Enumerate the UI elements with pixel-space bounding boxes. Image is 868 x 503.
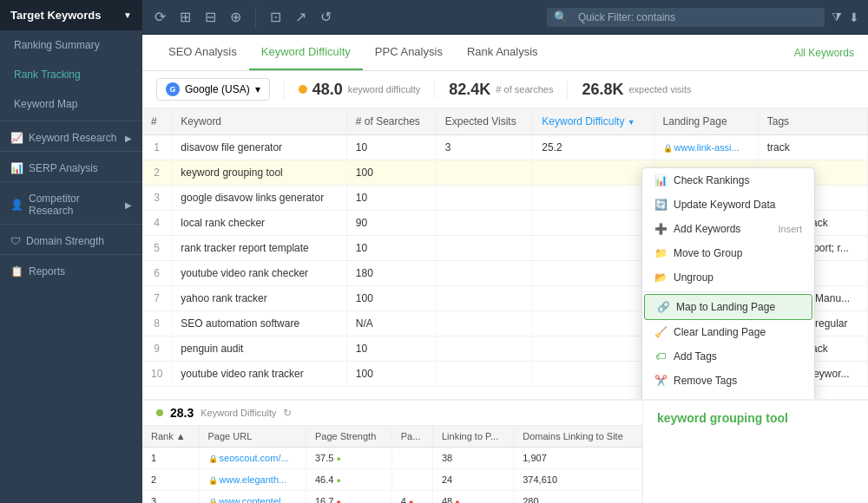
bottom-left: 28.3 Keyword Difficulty ↻ Rank ▲ Page UR… xyxy=(142,401,642,503)
update-icon: 🔄 xyxy=(654,199,667,211)
row-num: 9 xyxy=(142,336,172,362)
sidebar-section-competitor-research[interactable]: 👤 Competitor Research ▶ xyxy=(0,184,142,222)
person-icon: 👤 xyxy=(10,199,23,211)
visits-cell xyxy=(436,160,532,186)
divider xyxy=(0,181,142,182)
all-keywords-link[interactable]: All Keywords xyxy=(794,36,854,69)
sidebar-header[interactable]: Target Keywords ▼ xyxy=(0,0,142,30)
bottom-difficulty-label: Keyword Difficulty xyxy=(201,408,276,418)
col-linking: Linking to P... xyxy=(432,426,513,447)
col-searches: # of Searches xyxy=(346,108,436,135)
row-num: 1 xyxy=(142,135,172,160)
visits-cell xyxy=(436,336,532,362)
divider xyxy=(0,121,142,121)
searches-cell: 100 xyxy=(346,160,436,186)
visits-cell xyxy=(436,362,532,387)
difficulty-cell xyxy=(533,186,654,211)
visits-label: expected visits xyxy=(628,84,691,95)
menu-item-remove-tags[interactable]: ✂️ Remove Tags xyxy=(642,369,814,393)
chart-icon: 📈 xyxy=(10,132,23,144)
difficulty-cell xyxy=(533,261,654,286)
tab-seo-analysis[interactable]: SEO Analysis xyxy=(156,35,249,70)
difficulty-cell xyxy=(533,336,654,362)
searches-cell: 100 xyxy=(346,362,436,387)
menu-item-move-to-group[interactable]: 📁 Move to Group xyxy=(642,241,814,265)
refresh-icon[interactable]: ⟳ xyxy=(151,5,169,29)
col-num: # xyxy=(142,108,172,135)
searches-cell: 10 xyxy=(346,135,436,160)
difficulty-value: 48.0 xyxy=(312,81,343,99)
col-keyword: Keyword xyxy=(172,108,346,135)
keyword-cell: local rank checker xyxy=(172,211,346,236)
group-icon[interactable]: ⊟ xyxy=(201,5,220,29)
rank-cell: 3 xyxy=(142,491,199,504)
pa-cell xyxy=(391,469,432,491)
menu-divider xyxy=(642,291,814,292)
visits-cell xyxy=(436,261,532,286)
menu-item-check-rankings[interactable]: 📊 Check Rankings xyxy=(642,168,814,193)
searches-cell: 10 xyxy=(346,186,436,211)
sidebar-section-domain-strength[interactable]: 🛡 Domain Strength xyxy=(0,226,142,252)
bottom-row[interactable]: 3 🔒www.contentel... 16.7 ● 4 ● 48 ● 280 xyxy=(142,491,642,504)
settings-icon[interactable]: ↺ xyxy=(317,5,335,29)
strength-cell: 37.5 ● xyxy=(306,447,391,469)
refresh-icon[interactable]: ↻ xyxy=(283,407,292,419)
add-tags-icon: 🏷 xyxy=(654,350,667,363)
menu-item-update-keyword[interactable]: 🔄 Update Keyword Data xyxy=(642,193,814,217)
expand-icon[interactable]: ⊡ xyxy=(266,5,285,29)
row-num: 2 xyxy=(142,160,172,186)
bottom-row[interactable]: 2 🔒www.eleganth... 46.4 ● 24 374,610 xyxy=(142,469,642,491)
quick-filter-bar[interactable]: 🔍 Quick Filter: contains xyxy=(547,8,825,27)
keyword-cell: SEO automation software xyxy=(172,311,346,336)
download-icon[interactable]: ⬇ xyxy=(849,10,859,24)
pa-cell: 4 ● xyxy=(391,491,432,504)
sidebar-section-serp-analysis[interactable]: 📊 SERP Analysis xyxy=(0,154,142,180)
expand-icon: ▶ xyxy=(125,200,132,210)
tab-rank-analysis[interactable]: Rank Analysis xyxy=(455,35,550,70)
location-selector[interactable]: G Google (USA) ▾ xyxy=(156,78,270,101)
row-num: 8 xyxy=(142,311,172,336)
tab-ppc-analysis[interactable]: PPC Analysis xyxy=(363,35,455,70)
sidebar-section-keyword-research[interactable]: 📈 Keyword Research ▶ xyxy=(0,123,142,149)
sidebar: Target Keywords ▼ Ranking Summary Rank T… xyxy=(0,0,142,503)
stats-bar: G Google (USA) ▾ 48.0 keyword difficulty… xyxy=(142,71,868,108)
add-icon[interactable]: ⊕ xyxy=(227,5,245,29)
keyword-cell: yahoo rank tracker xyxy=(172,286,346,311)
menu-item-add-tags[interactable]: 🏷 Add Tags xyxy=(642,344,814,369)
filter-icon[interactable]: ⧩ xyxy=(832,10,842,24)
bottom-table: Rank ▲ Page URL Page Strength Pa... Link… xyxy=(142,426,642,503)
content-area: SEO Analysis Keyword Difficulty PPC Anal… xyxy=(142,35,868,503)
col-difficulty[interactable]: Keyword Difficulty ▼ xyxy=(533,108,654,135)
main-content: ⟳ ⊞ ⊟ ⊕ ⊡ ↗ ↺ 🔍 Quick Filter: contains ⧩… xyxy=(142,0,868,503)
sidebar-item-keyword-map[interactable]: Keyword Map xyxy=(0,89,142,119)
tab-keyword-difficulty[interactable]: Keyword Difficulty xyxy=(249,35,363,70)
difficulty-dot xyxy=(299,85,307,94)
import-icon[interactable]: ↗ xyxy=(292,5,310,29)
searches-cell: N/A xyxy=(346,311,436,336)
table-row[interactable]: 1 disavow file generator 10 3 25.2 🔒www.… xyxy=(142,135,868,160)
menu-item-add-keywords[interactable]: ➕ Add Keywords Insert xyxy=(642,217,814,241)
menu-item-ungroup[interactable]: 📂 Ungroup xyxy=(642,265,814,290)
keyword-cell: penguin audit xyxy=(172,336,346,362)
sidebar-section-reports[interactable]: 📋 Reports xyxy=(0,257,142,283)
section-label: 📋 Reports xyxy=(10,265,65,278)
linking-cell: 24 xyxy=(432,469,513,491)
quick-filter-input[interactable] xyxy=(681,11,818,23)
context-menu: 📊 Check Rankings 🔄 Update Keyword Data ➕… xyxy=(641,167,815,399)
col-pa: Pa... xyxy=(391,426,432,447)
section-label: 🛡 Domain Strength xyxy=(10,235,104,247)
menu-item-set-color[interactable]: 🎨 Set Color ▶ xyxy=(642,393,814,399)
difficulty-cell: 25.2 xyxy=(533,135,654,160)
expand-icon: ▶ xyxy=(125,134,132,143)
menu-item-map-to-landing[interactable]: 🔗 Map to Landing Page xyxy=(644,294,812,320)
add-keywords-icon: ➕ xyxy=(654,223,667,235)
table-icon[interactable]: ⊞ xyxy=(176,5,194,29)
bottom-row[interactable]: 1 🔒seoscout.com/... 37.5 ● 38 1,907 xyxy=(142,447,642,469)
visits-value: 26.8K xyxy=(582,81,623,99)
menu-item-clear-landing[interactable]: 🧹 Clear Landing Page xyxy=(642,320,814,344)
col-rank[interactable]: Rank ▲ xyxy=(142,426,199,447)
topbar: ⟳ ⊞ ⊟ ⊕ ⊡ ↗ ↺ 🔍 Quick Filter: contains ⧩… xyxy=(142,0,868,35)
sidebar-item-ranking-summary[interactable]: Ranking Summary xyxy=(0,30,142,60)
keyword-cell: rank tracker report template xyxy=(172,236,346,261)
sidebar-item-rank-tracking[interactable]: Rank Tracking xyxy=(0,60,142,89)
